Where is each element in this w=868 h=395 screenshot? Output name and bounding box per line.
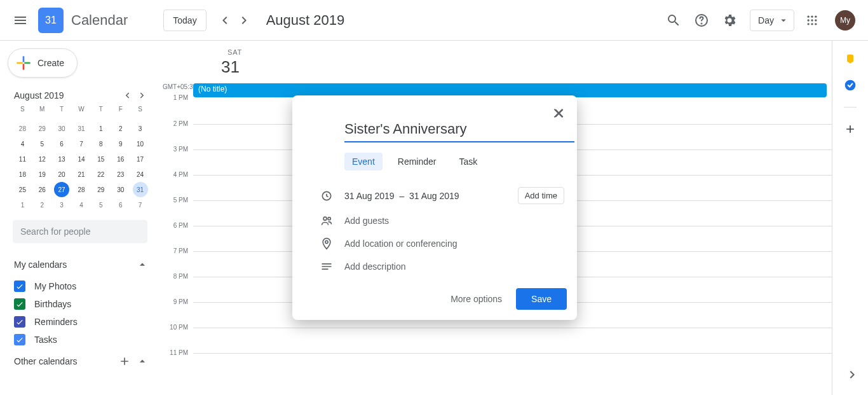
mini-day-cell[interactable]: 20 <box>54 167 69 182</box>
mini-day-cell[interactable]: 6 <box>113 197 128 212</box>
prev-period-button[interactable] <box>214 10 234 31</box>
calendar-list-item[interactable]: My Photos <box>5 277 155 295</box>
mini-day-cell[interactable]: 27 <box>54 182 69 197</box>
search-people-input[interactable]: Search for people <box>13 220 147 243</box>
calendar-list-item[interactable]: Reminders <box>5 313 155 331</box>
next-period-button[interactable] <box>234 10 255 31</box>
guests-row[interactable]: Add guests <box>302 209 567 232</box>
close-dialog-button[interactable] <box>548 102 571 125</box>
tab-reminder[interactable]: Reminder <box>390 153 444 170</box>
mini-day-cell[interactable]: 1 <box>15 197 30 212</box>
mini-day-cell[interactable]: 31 <box>133 182 148 197</box>
mini-day-cell[interactable]: 15 <box>93 151 109 167</box>
mini-day-cell[interactable]: 21 <box>74 167 89 182</box>
tab-event[interactable]: Event <box>344 153 383 170</box>
account-avatar[interactable]: My <box>835 10 855 31</box>
mini-day-cell[interactable]: 2 <box>34 197 50 212</box>
create-button[interactable]: Create <box>8 48 78 78</box>
mini-day-cell[interactable]: 16 <box>113 151 128 167</box>
mini-day-cell[interactable]: 19 <box>34 167 50 182</box>
tab-task[interactable]: Task <box>452 153 485 170</box>
mini-day-cell[interactable]: 28 <box>74 182 89 197</box>
hour-row[interactable]: 11 PM <box>193 353 832 376</box>
save-button[interactable]: Save <box>516 288 567 310</box>
calendar-checkbox[interactable] <box>14 316 25 328</box>
mini-day-cell[interactable]: 8 <box>93 136 109 151</box>
mini-day-cell[interactable]: 7 <box>133 197 148 212</box>
mini-day-cell[interactable]: 26 <box>34 182 50 197</box>
tasks-icon[interactable] <box>844 79 857 92</box>
other-calendars-section[interactable]: Other calendars <box>5 351 155 371</box>
mini-day-cell[interactable]: 3 <box>133 121 148 136</box>
mini-next-month[interactable] <box>135 88 150 103</box>
svg-point-7 <box>815 19 817 21</box>
calendar-label: Birthdays <box>34 299 71 309</box>
mini-day-cell[interactable]: 9 <box>113 136 128 151</box>
mini-day-cell[interactable]: 11 <box>15 151 30 167</box>
mini-day-cell[interactable]: 3 <box>54 197 69 212</box>
mini-day-cell[interactable]: 5 <box>93 197 109 212</box>
mini-day-cell[interactable]: 12 <box>34 151 50 167</box>
mini-day-cell[interactable]: 4 <box>15 136 30 151</box>
settings-button[interactable] <box>717 8 742 33</box>
calendar-checkbox[interactable] <box>14 334 25 345</box>
mini-day-cell[interactable]: 22 <box>93 167 109 182</box>
mini-day-cell[interactable]: 31 <box>74 121 89 136</box>
mini-day-cell[interactable]: 1 <box>93 121 109 136</box>
today-button[interactable]: Today <box>163 10 206 31</box>
mini-day-cell[interactable]: 24 <box>133 167 148 182</box>
mini-day-cell[interactable]: 10 <box>133 136 148 151</box>
more-options-button[interactable]: More options <box>443 289 510 309</box>
svg-point-4 <box>815 15 817 17</box>
event-title-input[interactable] <box>344 114 574 142</box>
calendar-checkbox[interactable] <box>14 298 25 310</box>
mini-day-cell[interactable]: 7 <box>74 136 89 151</box>
support-button[interactable] <box>689 8 714 33</box>
svg-point-15 <box>325 240 328 243</box>
hour-row[interactable]: 10 PM <box>193 328 832 353</box>
mini-calendar-grid: SMTWTFS282930311234567891011121314151617… <box>5 106 155 218</box>
mini-day-cell[interactable]: 5 <box>34 136 50 151</box>
mini-day-cell[interactable]: 4 <box>74 197 89 212</box>
mini-day-cell[interactable]: 23 <box>113 167 128 182</box>
mini-day-cell[interactable]: 14 <box>74 151 89 167</box>
mini-day-cell[interactable]: 28 <box>15 121 30 136</box>
main-menu-button[interactable] <box>5 5 36 36</box>
svg-point-8 <box>808 23 810 25</box>
mini-day-cell[interactable]: 29 <box>34 121 50 136</box>
mini-day-cell[interactable]: 30 <box>54 121 69 136</box>
add-time-button[interactable]: Add time <box>518 187 564 204</box>
app-title: Calendar <box>71 12 128 29</box>
search-button[interactable] <box>661 8 686 33</box>
calendar-label: My Photos <box>34 281 76 291</box>
google-apps-button[interactable] <box>799 8 825 33</box>
description-row[interactable]: Add description <box>302 255 567 278</box>
side-panel-toggle[interactable] <box>843 364 863 385</box>
calendar-list-item[interactable]: Tasks <box>5 331 155 349</box>
chevron-up-icon <box>136 258 149 271</box>
mini-day-cell[interactable]: 17 <box>133 151 148 167</box>
mini-prev-month[interactable] <box>119 88 135 103</box>
mini-day-cell[interactable]: 25 <box>15 182 30 197</box>
mini-day-cell[interactable]: 6 <box>54 136 69 151</box>
hour-label: 10 PM <box>158 324 188 331</box>
mini-dow-label: T <box>91 106 111 121</box>
plus-icon[interactable] <box>118 355 131 368</box>
calendar-checkbox[interactable] <box>14 281 25 292</box>
svg-point-14 <box>328 218 330 220</box>
mini-day-cell[interactable]: 2 <box>113 121 128 136</box>
keep-icon[interactable] <box>844 53 857 66</box>
mini-day-cell[interactable]: 30 <box>113 182 128 197</box>
date-row: 31 Aug 2019 – 31 Aug 2019 Add time <box>302 182 567 209</box>
view-selector[interactable]: Day <box>750 10 794 31</box>
mini-day-cell[interactable]: 13 <box>54 151 69 167</box>
calendar-list-item[interactable]: Birthdays <box>5 295 155 313</box>
addons-icon[interactable] <box>844 123 857 135</box>
chevron-right-icon <box>845 367 860 382</box>
date-range[interactable]: 31 Aug 2019 – 31 Aug 2019 <box>344 191 518 201</box>
my-calendars-section[interactable]: My calendars <box>5 254 155 275</box>
mini-day-cell[interactable]: 29 <box>93 182 109 197</box>
mini-day-cell[interactable]: 18 <box>15 167 30 182</box>
location-row[interactable]: Add location or conferencing <box>302 232 567 255</box>
hour-label: 4 PM <box>158 171 188 178</box>
